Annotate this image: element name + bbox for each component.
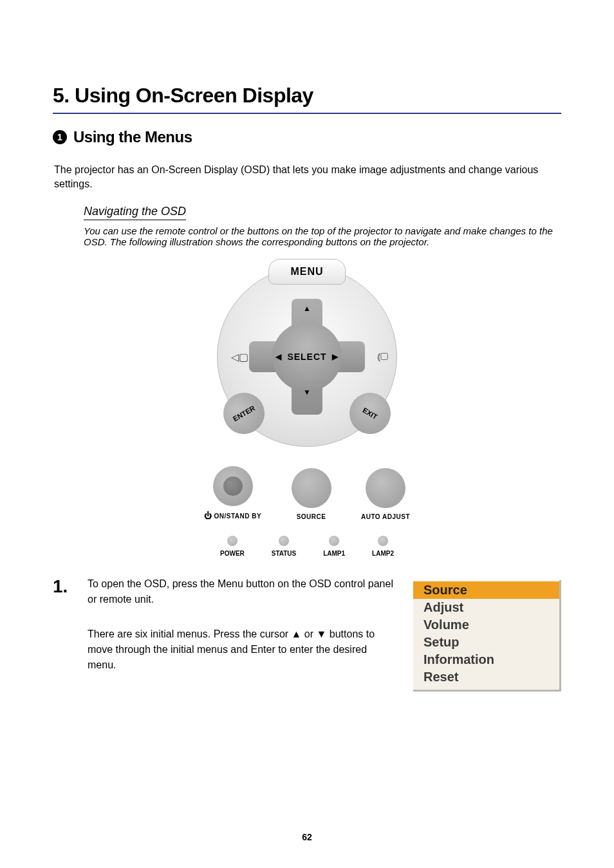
step-line-2: There are six initial menus. Press the c… xyxy=(88,627,396,673)
step-number: 1. xyxy=(53,576,79,597)
auto-adjust-group: AUTO ADJUST xyxy=(361,468,410,520)
select-button[interactable]: ◀ SELECT ▶ xyxy=(275,352,338,362)
source-label: SOURCE xyxy=(297,513,326,520)
down-arrow-icon[interactable]: ▼ xyxy=(303,388,311,397)
circled-number-icon: 1 xyxy=(53,130,67,144)
keystone-left-icon: ◁▢ xyxy=(231,351,248,363)
status-led-icon xyxy=(279,536,289,546)
intro-paragraph: The projector has an On-Screen Display (… xyxy=(54,163,561,191)
status-led-label: STATUS xyxy=(272,550,297,557)
osd-menu: Source Adjust Volume Setup Information R… xyxy=(413,580,561,692)
lamp2-led-label: LAMP2 xyxy=(372,550,394,557)
lamp1-led-icon xyxy=(329,536,339,546)
lamp1-led-group: LAMP1 xyxy=(323,536,345,557)
power-icon: ⏻ xyxy=(204,511,212,520)
menu-button[interactable]: MENU xyxy=(268,259,346,285)
panel-buttons-row: ⏻ ON/STAND BY SOURCE AUTO ADJUST xyxy=(204,466,410,520)
osd-item-adjust[interactable]: Adjust xyxy=(413,599,559,616)
osd-item-information[interactable]: Information xyxy=(413,651,559,668)
dial-assembly: MENU ▲ ▼ ◀ SELECT ▶ ◁▢ ⦅▢ ENTER EXIT xyxy=(217,267,397,447)
led-row: POWER STATUS LAMP1 LAMP2 xyxy=(220,536,394,557)
source-group: SOURCE xyxy=(292,468,331,520)
up-arrow-icon[interactable]: ▲ xyxy=(303,304,311,313)
on-standby-button[interactable] xyxy=(213,466,253,506)
step-1-block: 1. To open the OSD, press the Menu butto… xyxy=(53,576,561,692)
keystone-right-icon: ⦅▢ xyxy=(377,351,388,363)
subsection-note: You can use the remote control or the bu… xyxy=(84,225,561,247)
auto-adjust-label: AUTO ADJUST xyxy=(361,513,410,520)
lamp1-led-label: LAMP1 xyxy=(323,550,345,557)
on-standby-group: ⏻ ON/STAND BY xyxy=(204,466,261,520)
left-arrow-icon: ◀ xyxy=(275,352,282,361)
section-title: Using the Menus xyxy=(73,128,192,146)
right-arrow-icon: ▶ xyxy=(332,352,339,361)
select-label-text: SELECT xyxy=(287,352,326,362)
osd-item-reset[interactable]: Reset xyxy=(413,668,559,686)
step-line-1: To open the OSD, press the Menu button o… xyxy=(88,576,396,607)
power-led-group: POWER xyxy=(220,536,245,557)
subsection: Navigating the OSD You can use the remot… xyxy=(84,205,561,247)
osd-item-source[interactable]: Source xyxy=(413,581,559,599)
lamp2-led-icon xyxy=(378,536,388,546)
power-led-icon xyxy=(227,536,237,546)
source-button[interactable] xyxy=(292,468,331,508)
step-text: To open the OSD, press the Menu button o… xyxy=(88,576,404,673)
lamp2-led-group: LAMP2 xyxy=(372,536,394,557)
osd-item-volume[interactable]: Volume xyxy=(413,616,559,634)
status-led-group: STATUS xyxy=(272,536,297,557)
osd-item-setup[interactable]: Setup xyxy=(413,634,559,651)
auto-adjust-button[interactable] xyxy=(366,468,405,508)
on-standby-label: ⏻ ON/STAND BY xyxy=(204,511,261,520)
power-led-label: POWER xyxy=(220,550,245,557)
section-header: 1 Using the Menus xyxy=(53,128,561,146)
control-panel-figure: MENU ▲ ▼ ◀ SELECT ▶ ◁▢ ⦅▢ ENTER EXIT ⏻ O… xyxy=(201,267,413,557)
subsection-title: Navigating the OSD xyxy=(84,205,186,220)
page-number: 62 xyxy=(302,832,312,842)
chapter-title: 5. Using On-Screen Display xyxy=(53,84,561,114)
